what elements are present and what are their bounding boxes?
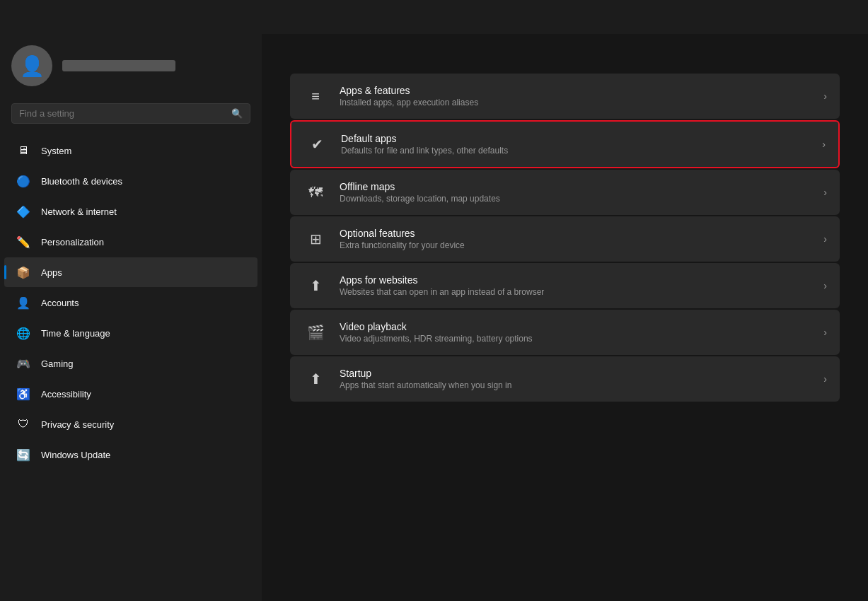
settings-row-startup[interactable]: ⬆ Startup Apps that start automatically …: [290, 356, 840, 402]
privacy-icon: 🛡: [16, 416, 31, 432]
close-button[interactable]: [827, 6, 860, 28]
sidebar-item-accounts[interactable]: 👤 Accounts: [4, 288, 257, 317]
search-box[interactable]: 🔍: [11, 103, 250, 124]
startup-chevron: ›: [823, 373, 827, 385]
default-apps-subtitle: Defaults for file and link types, other …: [341, 146, 811, 156]
optional-features-subtitle: Extra functionality for your device: [340, 240, 812, 250]
sidebar-item-windows_update[interactable]: 🔄 Windows Update: [4, 440, 257, 469]
default-apps-title: Default apps: [341, 133, 811, 144]
user-name-placeholder: [62, 60, 175, 71]
default-apps-icon: ✔: [304, 132, 330, 157]
sidebar-item-network[interactable]: 🔷 Network & internet: [4, 197, 257, 226]
video-playback-text: Video playback Video adjustments, HDR st…: [340, 321, 812, 344]
sidebar-item-personalization[interactable]: ✏️ Personalization: [4, 227, 257, 257]
apps-features-chevron: ›: [823, 91, 827, 102]
user-profile[interactable]: 👤: [0, 34, 262, 98]
window-controls: [762, 6, 860, 28]
time-icon: 🌐: [16, 325, 31, 341]
nav-list: 🖥 System 🔵 Bluetooth & devices 🔷 Network…: [0, 135, 262, 470]
personalization-icon: ✏️: [16, 234, 31, 250]
content-area: ≡ Apps & features Installed apps, app ex…: [262, 34, 868, 601]
settings-row-default-apps[interactable]: ✔ Default apps Defaults for file and lin…: [290, 120, 840, 168]
video-playback-icon: 🎬: [303, 320, 328, 345]
sidebar: 👤 🔍 🖥 System 🔵 Bluetooth & devices 🔷 Net…: [0, 34, 262, 601]
accessibility-icon: ♿: [16, 386, 31, 402]
search-icon: 🔍: [231, 108, 243, 119]
sidebar-item-bluetooth[interactable]: 🔵 Bluetooth & devices: [4, 166, 257, 196]
optional-features-text: Optional features Extra functionality fo…: [340, 228, 812, 250]
startup-icon: ⬆: [303, 366, 328, 392]
sidebar-label-network: Network & internet: [41, 206, 117, 217]
titlebar: [0, 0, 868, 34]
windows_update-icon: 🔄: [16, 447, 31, 462]
settings-row-video-playback[interactable]: 🎬 Video playback Video adjustments, HDR …: [290, 310, 840, 355]
apps-features-icon: ≡: [303, 83, 328, 109]
startup-title: Startup: [340, 368, 812, 379]
sidebar-item-privacy[interactable]: 🛡 Privacy & security: [4, 409, 257, 439]
default-apps-text: Default apps Defaults for file and link …: [341, 133, 811, 156]
back-button[interactable]: [8, 6, 31, 28]
offline-maps-subtitle: Downloads, storage location, map updates: [340, 194, 812, 204]
video-playback-title: Video playback: [340, 321, 812, 332]
settings-row-optional-features[interactable]: ⊞ Optional features Extra functionality …: [290, 216, 840, 262]
search-container: 🔍: [0, 98, 262, 135]
optional-features-chevron: ›: [823, 233, 827, 245]
user-icon: 👤: [20, 54, 45, 78]
accounts-icon: 👤: [16, 295, 31, 310]
gaming-icon: 🎮: [16, 356, 31, 371]
sidebar-item-apps[interactable]: 📦 Apps: [4, 257, 257, 287]
sidebar-label-time: Time & language: [41, 328, 110, 339]
avatar: 👤: [11, 45, 52, 86]
maximize-button[interactable]: [794, 6, 827, 28]
apps-websites-chevron: ›: [823, 280, 827, 291]
sidebar-label-system: System: [41, 146, 71, 156]
default-apps-chevron: ›: [822, 139, 826, 150]
apps-websites-text: Apps for websites Websites that can open…: [340, 274, 812, 297]
offline-maps-title: Offline maps: [340, 181, 812, 192]
sidebar-item-time[interactable]: 🌐 Time & language: [4, 318, 257, 348]
sidebar-label-bluetooth: Bluetooth & devices: [41, 176, 122, 187]
apps-websites-title: Apps for websites: [340, 274, 812, 286]
startup-text: Startup Apps that start automatically wh…: [340, 368, 812, 390]
sidebar-label-accounts: Accounts: [41, 298, 79, 308]
minimize-button[interactable]: [762, 6, 794, 28]
system-icon: 🖥: [16, 143, 31, 158]
settings-list: ≡ Apps & features Installed apps, app ex…: [290, 74, 840, 402]
sidebar-item-system[interactable]: 🖥 System: [4, 136, 257, 165]
apps-features-text: Apps & features Installed apps, app exec…: [340, 85, 812, 107]
search-input[interactable]: [19, 108, 226, 119]
settings-row-apps-websites[interactable]: ⬆ Apps for websites Websites that can op…: [290, 263, 840, 308]
sidebar-label-gaming: Gaming: [41, 358, 74, 369]
apps-features-subtitle: Installed apps, app execution aliases: [340, 98, 812, 107]
sidebar-label-accessibility: Accessibility: [41, 389, 91, 399]
offline-maps-icon: 🗺: [303, 180, 328, 205]
apps-features-title: Apps & features: [340, 85, 812, 96]
main-layout: 👤 🔍 🖥 System 🔵 Bluetooth & devices 🔷 Net…: [0, 34, 868, 601]
apps-websites-icon: ⬆: [303, 273, 328, 298]
sidebar-item-gaming[interactable]: 🎮 Gaming: [4, 349, 257, 378]
offline-maps-text: Offline maps Downloads, storage location…: [340, 181, 812, 204]
sidebar-label-personalization: Personalization: [41, 237, 104, 247]
sidebar-label-privacy: Privacy & security: [41, 419, 114, 430]
network-icon: 🔷: [16, 204, 31, 219]
settings-row-offline-maps[interactable]: 🗺 Offline maps Downloads, storage locati…: [290, 170, 840, 215]
bluetooth-icon: 🔵: [16, 173, 31, 189]
video-playback-chevron: ›: [823, 327, 827, 338]
optional-features-icon: ⊞: [303, 226, 328, 252]
sidebar-label-apps: Apps: [41, 267, 62, 278]
startup-subtitle: Apps that start automatically when you s…: [340, 380, 812, 390]
offline-maps-chevron: ›: [823, 187, 827, 198]
apps-websites-subtitle: Websites that can open in an app instead…: [340, 287, 812, 297]
sidebar-label-windows_update: Windows Update: [41, 450, 110, 460]
apps-icon: 📦: [16, 264, 31, 280]
settings-row-apps-features[interactable]: ≡ Apps & features Installed apps, app ex…: [290, 74, 840, 119]
video-playback-subtitle: Video adjustments, HDR streaming, batter…: [340, 334, 812, 344]
sidebar-item-accessibility[interactable]: ♿ Accessibility: [4, 379, 257, 409]
optional-features-title: Optional features: [340, 228, 812, 239]
